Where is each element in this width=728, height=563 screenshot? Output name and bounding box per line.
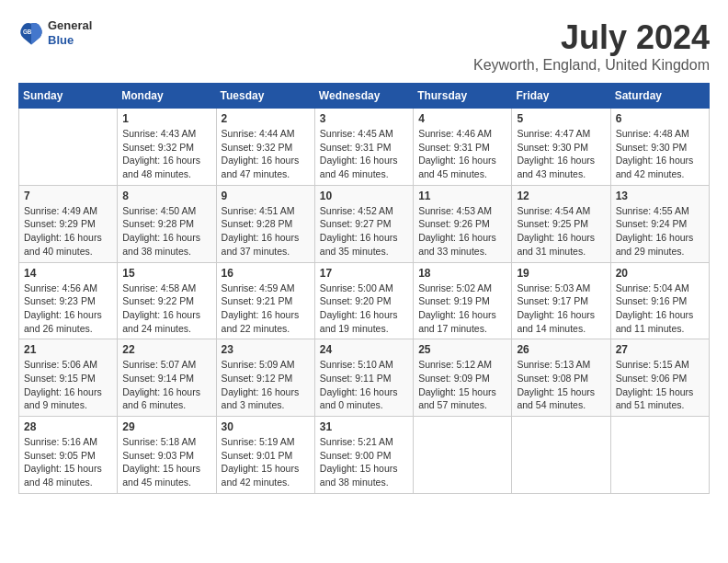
day-number: 12 [517, 190, 605, 202]
day-info: Sunrise: 4:58 AMSunset: 9:22 PMDaylight:… [122, 282, 210, 336]
day-number: 27 [616, 343, 704, 356]
week-row-1: 1Sunrise: 4:43 AMSunset: 9:32 PMDaylight… [19, 109, 710, 186]
day-info: Sunrise: 4:56 AMSunset: 9:23 PMDaylight:… [24, 282, 112, 336]
logo-text: General Blue [48, 18, 92, 47]
page-subtitle: Keyworth, England, United Kingdom [473, 57, 710, 74]
calendar-cell [414, 417, 512, 494]
page-title: July 2024 [473, 18, 710, 57]
calendar-cell: 11Sunrise: 4:53 AMSunset: 9:26 PMDayligh… [414, 185, 512, 262]
calendar-cell [19, 109, 118, 186]
day-info: Sunrise: 5:10 AMSunset: 9:11 PMDaylight:… [320, 358, 408, 412]
calendar-cell: 6Sunrise: 4:48 AMSunset: 9:30 PMDaylight… [610, 109, 709, 186]
calendar-cell: 9Sunrise: 4:51 AMSunset: 9:28 PMDaylight… [216, 185, 314, 262]
day-number: 18 [418, 267, 506, 280]
calendar-cell: 3Sunrise: 4:45 AMSunset: 9:31 PMDaylight… [314, 109, 413, 186]
svg-text:GB: GB [23, 29, 32, 35]
calendar-cell: 26Sunrise: 5:13 AMSunset: 9:08 PMDayligh… [512, 339, 610, 417]
day-number: 19 [517, 267, 605, 280]
calendar-cell: 10Sunrise: 4:52 AMSunset: 9:27 PMDayligh… [314, 185, 413, 262]
day-number: 4 [418, 112, 506, 125]
calendar-cell: 14Sunrise: 4:56 AMSunset: 9:23 PMDayligh… [19, 262, 118, 339]
calendar-cell: 8Sunrise: 4:50 AMSunset: 9:28 PMDaylight… [118, 185, 216, 262]
calendar-cell: 24Sunrise: 5:10 AMSunset: 9:11 PMDayligh… [314, 339, 413, 417]
day-number: 22 [122, 343, 210, 356]
day-info: Sunrise: 4:49 AMSunset: 9:29 PMDaylight:… [24, 204, 112, 259]
day-info: Sunrise: 4:59 AMSunset: 9:21 PMDaylight:… [222, 282, 310, 336]
calendar-cell [610, 417, 709, 494]
day-number: 16 [222, 267, 310, 280]
day-info: Sunrise: 4:46 AMSunset: 9:31 PMDaylight:… [418, 127, 506, 181]
calendar-cell: 15Sunrise: 4:58 AMSunset: 9:22 PMDayligh… [118, 262, 216, 339]
calendar-cell: 20Sunrise: 5:04 AMSunset: 9:16 PMDayligh… [610, 262, 709, 339]
day-info: Sunrise: 5:03 AMSunset: 9:17 PMDaylight:… [517, 282, 605, 336]
day-number: 26 [517, 343, 605, 356]
day-info: Sunrise: 5:06 AMSunset: 9:15 PMDaylight:… [24, 358, 112, 412]
calendar-cell: 28Sunrise: 5:16 AMSunset: 9:05 PMDayligh… [19, 417, 118, 494]
day-info: Sunrise: 5:21 AMSunset: 9:00 PMDaylight:… [320, 435, 408, 489]
day-number: 8 [122, 190, 210, 202]
week-row-4: 21Sunrise: 5:06 AMSunset: 9:15 PMDayligh… [19, 339, 710, 417]
header-cell-wednesday: Wednesday [314, 84, 413, 109]
calendar-cell: 31Sunrise: 5:21 AMSunset: 9:00 PMDayligh… [314, 417, 413, 494]
calendar-table: SundayMondayTuesdayWednesdayThursdayFrid… [18, 83, 710, 494]
week-row-2: 7Sunrise: 4:49 AMSunset: 9:29 PMDaylight… [19, 185, 710, 262]
calendar-cell: 16Sunrise: 4:59 AMSunset: 9:21 PMDayligh… [216, 262, 314, 339]
calendar-cell: 17Sunrise: 5:00 AMSunset: 9:20 PMDayligh… [314, 262, 413, 339]
header-cell-monday: Monday [118, 84, 216, 109]
day-info: Sunrise: 5:04 AMSunset: 9:16 PMDaylight:… [616, 282, 704, 336]
header-cell-friday: Friday [512, 84, 610, 109]
day-info: Sunrise: 4:54 AMSunset: 9:25 PMDaylight:… [517, 204, 605, 259]
day-number: 11 [418, 190, 506, 202]
day-info: Sunrise: 5:18 AMSunset: 9:03 PMDaylight:… [122, 435, 210, 489]
day-number: 31 [320, 420, 408, 433]
day-info: Sunrise: 4:53 AMSunset: 9:26 PMDaylight:… [418, 204, 506, 259]
header-cell-sunday: Sunday [19, 84, 118, 109]
day-info: Sunrise: 4:50 AMSunset: 9:28 PMDaylight:… [122, 204, 210, 259]
day-info: Sunrise: 4:48 AMSunset: 9:30 PMDaylight:… [616, 127, 704, 181]
day-number: 17 [320, 267, 408, 280]
calendar-cell: 19Sunrise: 5:03 AMSunset: 9:17 PMDayligh… [512, 262, 610, 339]
day-number: 30 [222, 420, 310, 433]
calendar-cell: 21Sunrise: 5:06 AMSunset: 9:15 PMDayligh… [19, 339, 118, 417]
week-row-3: 14Sunrise: 4:56 AMSunset: 9:23 PMDayligh… [19, 262, 710, 339]
day-info: Sunrise: 5:12 AMSunset: 9:09 PMDaylight:… [418, 358, 506, 412]
calendar-cell: 2Sunrise: 4:44 AMSunset: 9:32 PMDaylight… [216, 109, 314, 186]
calendar-cell: 5Sunrise: 4:47 AMSunset: 9:30 PMDaylight… [512, 109, 610, 186]
day-number: 1 [122, 112, 210, 125]
calendar-cell: 29Sunrise: 5:18 AMSunset: 9:03 PMDayligh… [118, 417, 216, 494]
day-number: 15 [122, 267, 210, 280]
day-number: 9 [222, 190, 310, 202]
calendar-cell: 23Sunrise: 5:09 AMSunset: 9:12 PMDayligh… [216, 339, 314, 417]
day-number: 7 [24, 190, 112, 202]
day-number: 28 [24, 420, 112, 433]
day-info: Sunrise: 5:13 AMSunset: 9:08 PMDaylight:… [517, 358, 605, 412]
logo: GB General Blue [18, 18, 92, 47]
day-info: Sunrise: 4:44 AMSunset: 9:32 PMDaylight:… [222, 127, 310, 181]
day-info: Sunrise: 4:47 AMSunset: 9:30 PMDaylight:… [517, 127, 605, 181]
calendar-cell: 27Sunrise: 5:15 AMSunset: 9:06 PMDayligh… [610, 339, 709, 417]
day-info: Sunrise: 4:52 AMSunset: 9:27 PMDaylight:… [320, 204, 408, 259]
day-info: Sunrise: 5:19 AMSunset: 9:01 PMDaylight:… [222, 435, 310, 489]
calendar-cell: 30Sunrise: 5:19 AMSunset: 9:01 PMDayligh… [216, 417, 314, 494]
day-info: Sunrise: 4:51 AMSunset: 9:28 PMDaylight:… [222, 204, 310, 259]
header-cell-saturday: Saturday [610, 84, 709, 109]
day-info: Sunrise: 5:15 AMSunset: 9:06 PMDaylight:… [616, 358, 704, 412]
day-number: 24 [320, 343, 408, 356]
day-info: Sunrise: 4:43 AMSunset: 9:32 PMDaylight:… [122, 127, 210, 181]
day-number: 2 [222, 112, 310, 125]
day-number: 25 [418, 343, 506, 356]
header-row: SundayMondayTuesdayWednesdayThursdayFrid… [19, 84, 710, 109]
calendar-cell: 13Sunrise: 4:55 AMSunset: 9:24 PMDayligh… [610, 185, 709, 262]
day-number: 13 [616, 190, 704, 202]
day-info: Sunrise: 5:07 AMSunset: 9:14 PMDaylight:… [122, 358, 210, 412]
day-info: Sunrise: 4:55 AMSunset: 9:24 PMDaylight:… [616, 204, 704, 259]
day-number: 3 [320, 112, 408, 125]
header: GB General Blue July 2024 Keyworth, Engl… [18, 18, 710, 74]
calendar-cell: 25Sunrise: 5:12 AMSunset: 9:09 PMDayligh… [414, 339, 512, 417]
day-number: 21 [24, 343, 112, 356]
day-number: 10 [320, 190, 408, 202]
day-info: Sunrise: 5:02 AMSunset: 9:19 PMDaylight:… [418, 282, 506, 336]
title-area: July 2024 Keyworth, England, United King… [473, 18, 710, 74]
day-number: 5 [517, 112, 605, 125]
calendar-cell: 1Sunrise: 4:43 AMSunset: 9:32 PMDaylight… [118, 109, 216, 186]
